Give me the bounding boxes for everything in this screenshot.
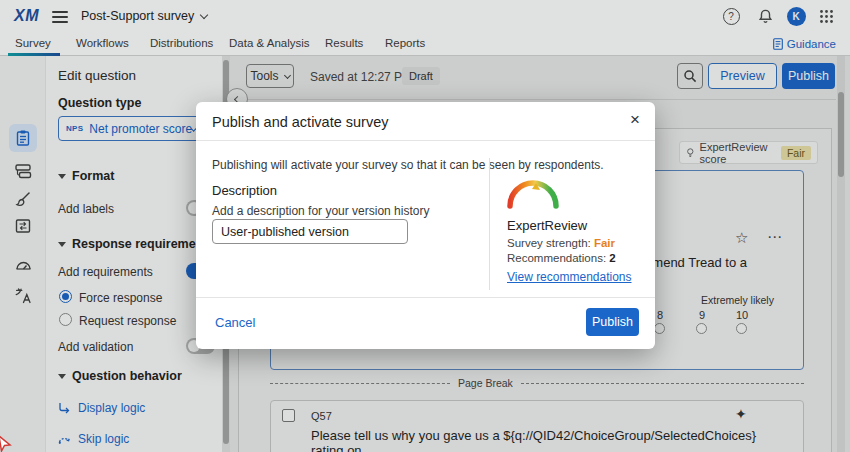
cursor-pointer-mark xyxy=(0,435,13,452)
survey-strength-label: Survey strength: xyxy=(507,237,591,249)
view-recommendations-link[interactable]: View recommendations xyxy=(507,270,632,284)
recommendations-line: Recommendations: 2 xyxy=(507,252,616,264)
description-hint: Add a description for your version histo… xyxy=(212,204,429,218)
description-label: Description xyxy=(212,183,277,198)
modal-vertical-divider xyxy=(489,158,490,290)
cancel-button[interactable]: Cancel xyxy=(215,315,255,330)
survey-strength-value: Fair xyxy=(594,237,615,249)
modal-header-divider xyxy=(196,140,655,141)
modal-title: Publish and activate survey xyxy=(212,114,389,130)
expert-review-title: ExpertReview xyxy=(507,218,587,233)
publish-modal: Publish and activate survey × Publishing… xyxy=(196,102,655,349)
qualtrics-survey-editor: XM Post-Support survey ? K xyxy=(0,0,850,452)
version-description-input[interactable] xyxy=(212,219,408,244)
recommendations-value: 2 xyxy=(609,252,615,264)
recommendations-label: Recommendations: xyxy=(507,252,606,264)
publish-button-modal[interactable]: Publish xyxy=(586,308,639,336)
close-icon[interactable]: × xyxy=(630,110,640,130)
survey-strength-line: Survey strength: Fair xyxy=(507,237,615,249)
modal-publish-label: Publish xyxy=(592,315,633,329)
survey-strength-gauge xyxy=(505,174,561,212)
modal-footer-divider xyxy=(196,297,655,298)
modal-body-text: Publishing will activate your survey so … xyxy=(212,158,604,172)
